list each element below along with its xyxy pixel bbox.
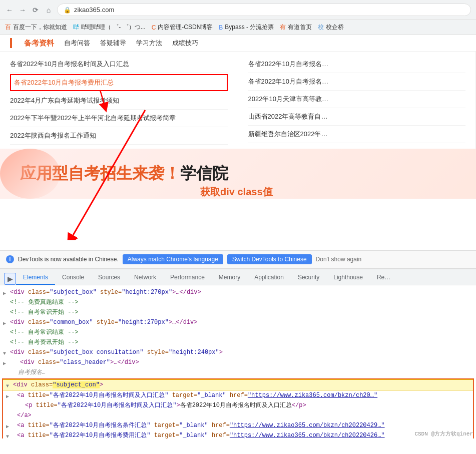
news-item-2[interactable]: 各省2022年10月自考报考费用汇总 (10, 74, 228, 91)
news-item-r3[interactable]: 2022年10月天津市高等教… (248, 91, 466, 108)
back-button[interactable]: ← (5, 6, 14, 15)
forward-button[interactable]: → (18, 6, 27, 15)
devtools-notification: i DevTools is now available in Chinese. … (0, 250, 476, 268)
csdn-icon: C (152, 24, 156, 31)
tab-more[interactable]: Re… (370, 271, 397, 285)
code-line-6: <!-- 自考资讯开始 --> (0, 337, 476, 347)
code-line-3: <!-- 自考常识开始 --> (0, 307, 476, 317)
news-item-1[interactable]: 各省2022年10月自考报名时间及入口汇总 (10, 56, 228, 73)
nav-item-1[interactable]: 自考问答 (64, 39, 90, 48)
bookmark-csdn[interactable]: C 内容管理-CSDN博客 (152, 23, 213, 32)
browser-toolbar: ← → ⟳ ⌂ 🔒 zikao365.com (0, 0, 476, 20)
reload-button[interactable]: ⟳ (31, 6, 40, 15)
news-item-4[interactable]: 2022年下半年暨2022年上半年河北自考延期考试报考简章 (10, 110, 228, 127)
triangle-icon-8: ▼ (6, 432, 9, 438)
code-line-11: ▶ <a title="各省2022年10月自考报名时间及入口汇总" targe… (3, 390, 473, 400)
code-line-4: ▶ <div class="common_box" style="height:… (0, 317, 476, 327)
nav-item-3[interactable]: 学习方法 (136, 39, 162, 48)
url-text: zikao365.com (74, 6, 114, 14)
bookmark-xiaoqi[interactable]: 校 校企桥 (318, 23, 344, 32)
nav-item-4[interactable]: 成绩技巧 (172, 39, 198, 48)
notification-text: DevTools is now available in Chinese. (18, 256, 119, 263)
code-line-13: </a> (3, 410, 473, 420)
code-line-9: 自考报名… (0, 367, 476, 377)
news-item-5[interactable]: 2022年陕西自考报名工作通知 (10, 127, 228, 145)
code-line-2: <!-- 免费真题结束 --> (0, 297, 476, 307)
bookmark-youdao[interactable]: 有 有道首页 (280, 23, 312, 32)
bypass-icon: B (219, 24, 223, 31)
code-line-12: <p title="各省2022年10月自考报名时间及入口汇总">各省2022年… (3, 400, 473, 410)
code-line-8: ▶ <div class="class_header">…</div> (0, 357, 476, 367)
inspector-button[interactable]: ▶ (4, 273, 16, 285)
news-item-3[interactable]: 2022年4月广东自考延期考试报考须知 (10, 92, 228, 110)
xiaoqi-icon: 校 (318, 23, 324, 32)
bookmark-bilibili[interactable]: 哔 哔哩哔哩（ ゜- ゜）つ... (73, 23, 146, 32)
site-logo: 备考资料 (24, 39, 54, 48)
youdao-icon: 有 (280, 23, 286, 32)
code-line-7: ▼ <div class="subject_box consultation" … (0, 347, 476, 357)
devtools-tabs: ▶ Elements Console Sources Network Perfo… (0, 269, 476, 285)
tab-security[interactable]: Security (291, 271, 326, 285)
news-col-left: 各省2022年10月自考报名时间及入口汇总 各省2022年10月自考报考费用汇总… (0, 52, 238, 149)
code-line-5: <!-- 自考常识结束 --> (0, 327, 476, 337)
website-content: 备考资料 自考问答 答疑辅导 学习方法 成绩技巧 各省2022年10月自考报名时… (0, 35, 476, 250)
tab-network[interactable]: Network (127, 271, 163, 285)
tab-performance[interactable]: Performance (163, 271, 212, 285)
match-language-button[interactable]: Always match Chrome's language (123, 254, 223, 264)
news-item-r2[interactable]: 各省2022年10月自考报名… (248, 73, 466, 91)
baidu-icon: 百 (5, 23, 11, 32)
annotation-text: 获取div class值 (200, 185, 273, 199)
tab-memory[interactable]: Memory (212, 271, 247, 285)
news-item-r5[interactable]: 新疆维吾尔自治区2022年… (248, 126, 466, 143)
devtools-panel: ▶ Elements Console Sources Network Perfo… (0, 268, 476, 438)
code-line-14: ▶ <a title="各省2022年10月自考报名条件汇总" target="… (3, 420, 473, 430)
code-line-10: ▼ <div class="subject_con"> (3, 379, 473, 390)
address-bar[interactable]: 🔒 zikao365.com (57, 4, 471, 16)
home-button[interactable]: ⌂ (44, 6, 53, 15)
tab-console[interactable]: Console (55, 271, 91, 285)
tab-elements[interactable]: Elements (16, 271, 55, 285)
devtools-code-area: ▶ <div class="subject_box" style="height… (0, 285, 476, 438)
info-icon: i (6, 255, 14, 263)
triangle-icon-5: ▼ (6, 382, 9, 391)
code-line-15: ▼ <a title="各省2022年10月自考报考费用汇总" target="… (3, 430, 473, 438)
news-item-r1[interactable]: 各省2022年10月自考报名… (248, 56, 466, 73)
news-list: 各省2022年10月自考报名时间及入口汇总 各省2022年10月自考报考费用汇总… (0, 52, 476, 149)
bookmarks-bar: 百 百度一下，你就知道 哔 哔哩哔哩（ ゜- ゜）つ... C 内容管理-CSD… (0, 20, 476, 35)
tab-lighthouse[interactable]: Lighthouse (326, 271, 370, 285)
bilibili-icon: 哔 (73, 23, 79, 32)
code-line-1: ▶ <div class="subject_box" style="height… (0, 287, 476, 297)
bookmark-baidu[interactable]: 百 百度一下，你就知道 (5, 23, 67, 32)
news-col-right: 各省2022年10月自考报名… 各省2022年10月自考报名… 2022年10月… (238, 52, 477, 149)
watermark: CSDN @方方方软qiner (414, 430, 473, 437)
news-item-r4[interactable]: 山西省2022年高等教育自… (248, 108, 466, 126)
highlighted-code-block: ▼ <div class="subject_con"> ▶ <a title="… (2, 378, 474, 438)
tab-application[interactable]: Application (247, 271, 291, 285)
lock-icon: 🔒 (64, 7, 71, 14)
dont-show-again[interactable]: Don't show again (316, 256, 362, 263)
switch-devtools-button[interactable]: Switch DevTools to Chinese (227, 254, 312, 264)
site-nav: 备考资料 自考问答 答疑辅导 学习方法 成绩技巧 (0, 35, 476, 52)
nav-item-2[interactable]: 答疑辅导 (100, 39, 126, 48)
bookmark-bypass[interactable]: B Bypass - 分流抢票 (219, 23, 274, 32)
tab-sources[interactable]: Sources (91, 271, 127, 285)
